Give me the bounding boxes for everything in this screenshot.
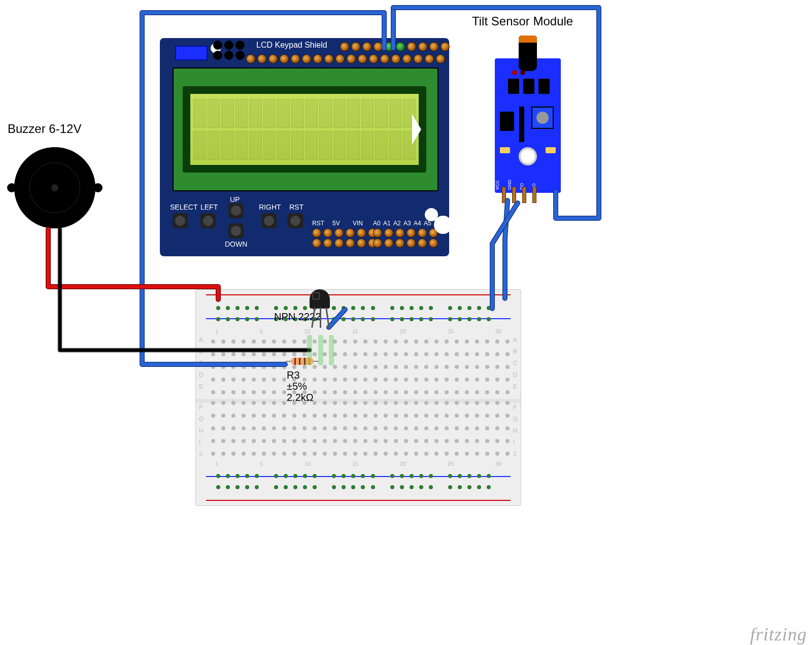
btn-select-label: SELECT (170, 203, 197, 211)
tilt-label: Tilt Sensor Module (472, 14, 573, 28)
btn-right-label: RIGHT (259, 203, 281, 211)
tilt-switch (519, 36, 537, 71)
lcd-screen (190, 94, 419, 165)
btn-down-label: DOWN (225, 240, 247, 248)
led-2 (520, 70, 525, 75)
smd-r2 (546, 147, 556, 153)
pin-a4-label: A4 (414, 220, 421, 227)
smd-r1 (500, 147, 510, 153)
contrast-trimpot (175, 46, 208, 60)
transistor-legs (313, 308, 330, 338)
pin-a2-label: A2 (393, 220, 401, 227)
btn-left-label: LEFT (200, 203, 218, 211)
btn-rst-label: RST (289, 203, 303, 211)
tilt-sensor-module: VCC GND DO AO (495, 58, 561, 193)
pin-a0-label: A0 (373, 220, 381, 227)
resistor-value-label: 2.2kΩ (287, 392, 314, 403)
breadboard: 151015202530 151015202530 ABCDEFGHIJ ABC… (195, 289, 521, 506)
resistor-r3 (286, 358, 319, 365)
btn-left[interactable] (200, 213, 216, 228)
pin-a3-label: A3 (403, 220, 411, 227)
resistor-tol-label: ±5% (287, 381, 307, 392)
smd-2 (523, 79, 534, 94)
btn-down[interactable] (228, 223, 244, 239)
pin-rst-label: RST (312, 220, 324, 227)
btn-select[interactable] (173, 213, 188, 228)
pin-a1-label: A1 (383, 220, 391, 227)
btn-up-label: UP (230, 195, 240, 203)
smd-3 (538, 79, 550, 94)
led-1 (512, 70, 517, 75)
buzzer (14, 147, 95, 228)
mount-hole (519, 147, 537, 165)
shield-title: LCD Keypad Shield (256, 41, 327, 50)
btn-rst[interactable] (288, 213, 303, 228)
sensitivity-pot[interactable] (531, 107, 554, 129)
resistor-name-label: R3 (287, 369, 300, 381)
pin-5v-label: 5V (332, 220, 340, 227)
fritzing-watermark: fritzing (750, 624, 807, 645)
tie-highlight-1 (318, 335, 323, 365)
btn-right[interactable] (261, 213, 277, 228)
trace (519, 107, 524, 142)
buzzer-label: Buzzer 6-12V (8, 122, 81, 136)
lcd-keypad-shield: LCD Keypad Shield SELECT LEFT UP (160, 38, 449, 256)
mount-hole-2 (425, 208, 438, 221)
smd-1 (508, 79, 519, 94)
btn-up[interactable] (228, 203, 244, 218)
comparator-ic (500, 112, 514, 131)
tilt-pin-vcc-label: VCC (495, 180, 500, 190)
tie-highlight-3 (329, 335, 334, 365)
npn-transistor (310, 289, 330, 309)
pin-vin-label: VIN (353, 220, 363, 227)
